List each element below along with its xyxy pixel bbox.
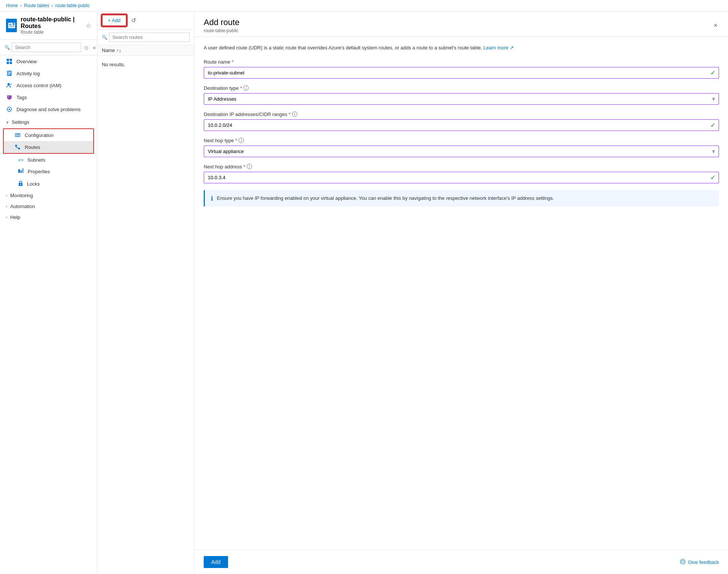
info-box: ℹ Ensure you have IP forwarding enabled …: [204, 190, 719, 207]
sidebar-item-routes[interactable]: Routes: [4, 141, 93, 153]
tags-icon: [6, 94, 13, 101]
properties-icon: [18, 168, 24, 175]
info-box-text: Ensure you have IP forwarding enabled on…: [217, 195, 554, 202]
svg-point-18: [15, 145, 17, 147]
svg-rect-8: [8, 73, 11, 74]
sidebar-item-overview[interactable]: Overview: [0, 55, 97, 67]
route-search-container: 🔍: [97, 30, 194, 45]
next-hop-type-info-icon[interactable]: i: [239, 138, 244, 143]
next-hop-address-input-wrapper: ✓: [204, 172, 719, 183]
svg-rect-4: [7, 62, 9, 64]
svg-point-1: [12, 23, 14, 25]
toolbar: + Add ↺: [97, 12, 194, 30]
close-button[interactable]: ×: [712, 20, 719, 31]
svg-rect-5: [10, 62, 12, 64]
destination-type-label: Destination type * i: [204, 85, 719, 91]
sidebar-item-label-configuration: Configuration: [25, 132, 54, 138]
favorite-icon[interactable]: ☆: [86, 22, 91, 29]
help-arrow-icon: ›: [6, 215, 7, 219]
destination-ip-input-wrapper: ✓: [204, 119, 719, 131]
svg-point-26: [682, 562, 682, 563]
sidebar-item-label-overview: Overview: [16, 59, 37, 64]
breadcrumb: Home › Route tables › route-table-public: [0, 0, 728, 12]
next-hop-type-select-wrapper: Virtual appliance Virtual network gatewa…: [204, 146, 719, 157]
sidebar-item-diagnose[interactable]: Diagnose and solve problems: [0, 103, 97, 115]
destination-type-select[interactable]: IP Addresses Service Tag Virtual network…: [204, 93, 719, 105]
locks-icon: [18, 180, 23, 187]
sidebar-item-access-control[interactable]: Access control (IAM): [0, 79, 97, 91]
destination-ip-valid-icon: ✓: [710, 122, 715, 129]
destination-type-info-icon[interactable]: i: [243, 85, 249, 91]
access-control-icon: [6, 82, 13, 89]
add-button[interactable]: + Add: [102, 15, 127, 26]
refresh-button[interactable]: ↺: [130, 15, 137, 25]
monitoring-arrow-icon: ›: [6, 193, 7, 198]
svg-point-13: [9, 109, 10, 110]
sidebar-item-label-routes: Routes: [25, 144, 40, 150]
sidebar-item-label-access-control: Access control (IAM): [16, 83, 61, 88]
svg-rect-15: [16, 134, 16, 136]
next-hop-type-group: Next hop type * i Virtual appliance Virt…: [204, 138, 719, 157]
destination-ip-group: Destination IP addresses/CIDR ranges * i…: [204, 112, 719, 131]
svg-rect-3: [10, 59, 12, 61]
add-route-panel: Add route route-table-public × A user de…: [195, 12, 728, 574]
route-name-input-wrapper: ✓: [204, 67, 719, 79]
next-hop-type-select[interactable]: Virtual appliance Virtual network gatewa…: [204, 146, 719, 157]
next-hop-address-label: Next hop address * i: [204, 164, 719, 170]
next-hop-address-input[interactable]: [204, 172, 719, 183]
destination-ip-info-icon[interactable]: i: [292, 112, 297, 117]
sidebar-item-tags[interactable]: Tags: [0, 91, 97, 103]
learn-more-link[interactable]: Learn more ↗: [483, 45, 514, 51]
nav-settings-icon[interactable]: ◇: [83, 44, 90, 51]
destination-ip-input[interactable]: [204, 119, 719, 131]
sidebar-item-properties[interactable]: Properties: [0, 165, 97, 178]
sidebar-item-label-activity-log: Activity log: [16, 71, 40, 76]
route-search-input[interactable]: [109, 33, 190, 42]
resource-subtitle: Route table: [21, 30, 82, 35]
next-hop-address-info-icon[interactable]: i: [247, 164, 252, 169]
sidebar-item-help[interactable]: › Help: [0, 212, 97, 223]
breadcrumb-current[interactable]: route-table-public: [55, 3, 90, 8]
required-marker-2: *: [240, 85, 242, 91]
sidebar-item-monitoring[interactable]: › Monitoring: [0, 190, 97, 201]
panel-body: A user defined route (UDR) is a static r…: [195, 37, 728, 550]
no-results-text: No results.: [97, 56, 194, 73]
sidebar-item-label-monitoring: Monitoring: [10, 193, 33, 198]
settings-label: Settings: [12, 119, 29, 125]
panel-header: Add route route-table-public ×: [195, 12, 728, 37]
svg-point-19: [18, 148, 20, 150]
route-name-input[interactable]: [204, 67, 719, 79]
name-column-header: Name: [102, 48, 115, 53]
settings-section: ∨ Settings Configuration Routes: [0, 117, 97, 155]
svg-rect-20: [18, 169, 20, 173]
nav-collapse-icon[interactable]: «: [91, 44, 97, 51]
settings-section-header[interactable]: ∨ Settings: [0, 117, 97, 128]
svg-rect-2: [7, 59, 9, 61]
description-text: A user defined route (UDR) is a static r…: [204, 44, 719, 52]
sidebar-item-label-locks: Locks: [27, 181, 40, 187]
required-marker-3: *: [289, 112, 291, 117]
resource-title: route-table-public | Routes: [21, 16, 82, 30]
breadcrumb-home[interactable]: Home: [6, 3, 18, 8]
give-feedback-button[interactable]: Give feedback: [680, 559, 719, 566]
route-name-group: Route name * ✓: [204, 59, 719, 79]
svg-point-25: [680, 559, 685, 564]
sidebar: route-table-public | Routes Route table …: [0, 12, 97, 574]
resource-header: route-table-public | Routes Route table …: [0, 12, 97, 40]
search-icon: 🔍: [4, 45, 10, 50]
breadcrumb-route-tables[interactable]: Route tables: [24, 3, 49, 8]
sidebar-item-locks[interactable]: Locks: [0, 178, 97, 190]
sidebar-item-label-help: Help: [10, 214, 20, 220]
sidebar-item-automation[interactable]: › Automation: [0, 201, 97, 212]
panel-footer: Add Give feedback: [195, 550, 728, 574]
sidebar-item-activity-log[interactable]: Activity log: [0, 67, 97, 79]
add-submit-button[interactable]: Add: [204, 556, 228, 568]
sidebar-item-subnets[interactable]: <> Subnets: [0, 155, 97, 165]
svg-rect-22: [22, 168, 24, 173]
destination-type-select-wrapper: IP Addresses Service Tag Virtual network…: [204, 93, 719, 105]
svg-rect-17: [19, 134, 19, 136]
search-input[interactable]: [12, 43, 81, 52]
sort-icon[interactable]: ↑↓: [116, 48, 121, 53]
sidebar-item-configuration[interactable]: Configuration: [4, 129, 93, 141]
info-box-icon: ℹ: [211, 195, 213, 202]
